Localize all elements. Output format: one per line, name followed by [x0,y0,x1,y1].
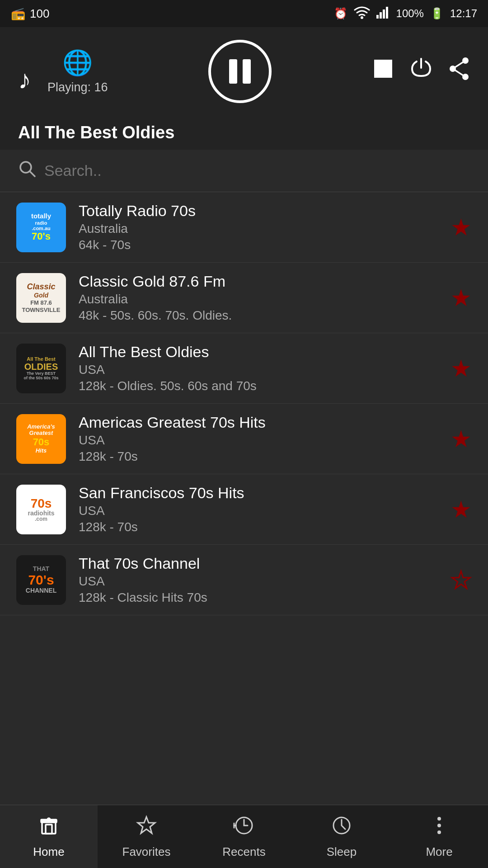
station-fav-5[interactable]: ★ [450,496,472,523]
more-icon [428,814,450,841]
station-list: totally radio .com.au 70's Totally Radio… [0,192,488,794]
station-item-4[interactable]: America's Greatest 70s Hits Americas Gre… [0,404,488,474]
nav-recents-label: Recents [222,845,265,859]
station-item-2[interactable]: Classic Gold FM 87.6 TOWNSVILLE Classic … [0,263,488,333]
player-header: ♪ 🌐 Playing: 16 [0,27,488,114]
station-logo-4: America's Greatest 70s Hits [16,414,66,464]
battery-percent: 100% [396,7,424,20]
playing-label: Playing: 16 [47,80,108,94]
station-bitrate-4: 128k - 70s [79,449,441,464]
search-input[interactable] [44,162,470,179]
player-right-icons [372,57,470,86]
nav-sleep[interactable]: Sleep [293,805,390,868]
svg-rect-3 [383,9,385,19]
station-bitrate-6: 128k - Classic Hits 70s [79,590,441,605]
svg-line-12 [30,171,35,176]
search-bar[interactable] [0,150,488,192]
nav-more[interactable]: More [390,805,488,868]
nav-recents[interactable]: Recents [195,805,293,868]
app-icon: 📻 [11,7,25,21]
station-item-6[interactable]: THAT 70's CHANNEL That 70s Channel USA 1… [0,545,488,615]
recents-icon [233,814,255,841]
wifi-icon [354,5,370,22]
station-logo-2: Classic Gold FM 87.6 TOWNSVILLE [16,273,66,323]
globe-icon[interactable]: 🌐 [62,48,93,77]
nav-favorites[interactable]: Favorites [98,805,195,868]
svg-rect-5 [374,60,392,78]
station-country-5: USA [79,504,441,518]
header-left: ♪ 🌐 Playing: 16 [18,48,108,94]
station-bitrate-3: 128k - Oldies. 50s. 60s and 70s [79,379,441,393]
station-name-1: Totally Radio 70s [79,202,441,220]
signal-bars-icon [376,6,390,21]
sleep-icon [330,814,353,841]
station-fav-3[interactable]: ★ [450,355,472,382]
station-country-3: USA [79,363,441,377]
stop-button[interactable] [372,58,394,85]
svg-point-20 [437,817,441,821]
nav-sleep-label: Sleep [327,845,357,859]
svg-line-9 [453,61,465,69]
station-name-4: Americas Greatest 70s Hits [79,414,441,431]
station-item-3[interactable]: All The Best OLDIES The Very BEST of the… [0,333,488,404]
station-item-5[interactable]: 70s radiohits .com San Franciscos 70s Hi… [0,474,488,545]
pause-icon [229,59,251,84]
now-playing-section: All The Best Oldies [0,114,488,150]
station-info-4: Americas Greatest 70s Hits USA 128k - 70… [79,414,441,464]
svg-rect-4 [386,7,388,19]
station-name-6: That 70s Channel [79,555,441,572]
station-name-3: All The Best Oldies [79,343,441,361]
station-fav-4[interactable]: ★ [450,425,472,453]
station-logo-3: All The Best OLDIES The Very BEST of the… [16,344,66,393]
music-note-icon: ♪ [18,64,31,94]
station-logo-1: totally radio .com.au 70's [16,203,66,252]
station-fav-6[interactable]: ★ [450,566,472,594]
svg-line-10 [453,69,465,77]
station-item-1[interactable]: totally radio .com.au 70's Totally Radio… [0,192,488,263]
search-icon [18,160,36,182]
pause-bar-left [229,59,237,84]
now-playing-title: All The Best Oldies [18,123,470,142]
station-country-2: Australia [79,292,441,307]
status-bar: 📻 100 ⏰ 100% 🔋 12:17 [0,0,488,27]
station-country-4: USA [79,433,441,448]
station-info-3: All The Best Oldies USA 128k - Oldies. 5… [79,343,441,393]
nav-home-label: Home [33,845,64,859]
nav-favorites-label: Favorites [122,845,171,859]
station-bitrate-2: 48k - 50s. 60s. 70s. Oldies. [79,308,441,323]
power-button[interactable] [410,57,432,86]
svg-rect-2 [380,12,382,19]
svg-point-0 [361,16,363,19]
station-country-1: Australia [79,222,441,236]
station-info-1: Totally Radio 70s Australia 64k - 70s [79,202,441,252]
status-left: 📻 100 [11,7,49,21]
svg-point-21 [437,824,441,827]
station-name-5: San Franciscos 70s Hits [79,484,441,502]
svg-marker-17 [138,817,155,833]
share-button[interactable] [448,57,470,86]
alarm-icon: ⏰ [334,7,347,20]
station-bitrate-1: 64k - 70s [79,238,441,252]
svg-rect-16 [46,825,52,834]
pause-button[interactable] [208,40,272,103]
svg-point-22 [437,830,441,834]
station-logo-5: 70s radiohits .com [16,485,66,534]
bottom-nav: Home Favorites Recents Sleep [0,805,488,868]
clock-time: 12:17 [450,7,477,20]
station-info-2: Classic Gold 87.6 Fm Australia 48k - 50s… [79,273,441,323]
station-logo-6: THAT 70's CHANNEL [16,555,66,605]
globe-icon-col[interactable]: 🌐 Playing: 16 [47,48,108,94]
svg-rect-1 [376,15,379,19]
player-center [208,40,272,103]
nav-home[interactable]: Home [0,805,98,868]
station-name-2: Classic Gold 87.6 Fm [79,273,441,290]
station-info-5: San Franciscos 70s Hits USA 128k - 70s [79,484,441,534]
station-info-6: That 70s Channel USA 128k - Classic Hits… [79,555,441,605]
station-country-6: USA [79,574,441,589]
station-fav-2[interactable]: ★ [450,284,472,311]
status-right: ⏰ 100% 🔋 12:17 [334,5,477,22]
home-icon [38,814,60,841]
station-fav-1[interactable]: ★ [450,214,472,241]
music-icon-col: ♪ [18,64,31,94]
battery-icon: 🔋 [430,7,444,20]
